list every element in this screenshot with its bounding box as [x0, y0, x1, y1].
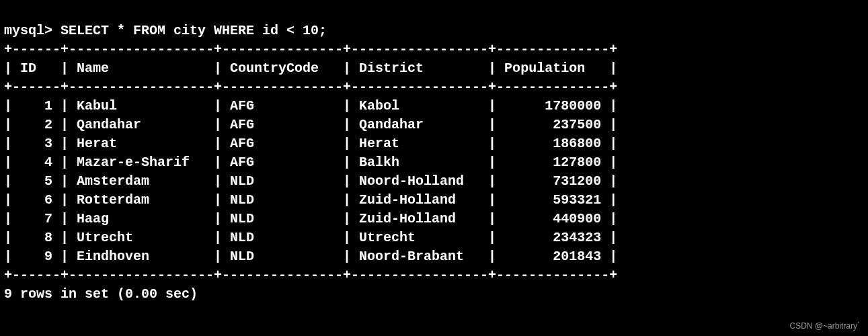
- table-header-row: | ID | Name | CountryCode | District | P…: [4, 60, 617, 76]
- table-border-top: +------+------------------+-------------…: [4, 42, 617, 57]
- mysql-prompt: mysql>: [4, 23, 52, 38]
- table-border-mid: +------+------------------+-------------…: [4, 79, 617, 95]
- prompt-line: mysql> SELECT * FROM city WHERE id < 10;: [4, 23, 327, 38]
- table-body: | 1 | Kabul | AFG | Kabol | 1780000 | | …: [4, 98, 617, 264]
- sql-query: SELECT * FROM city WHERE id < 10;: [61, 23, 327, 38]
- watermark: CSDN @~arbitrary`: [789, 321, 860, 332]
- result-footer: 9 rows in set (0.00 sec): [4, 286, 198, 302]
- terminal-output: mysql> SELECT * FROM city WHERE id < 10;…: [0, 0, 868, 306]
- table-border-bottom: +------+------------------+-------------…: [4, 267, 617, 283]
